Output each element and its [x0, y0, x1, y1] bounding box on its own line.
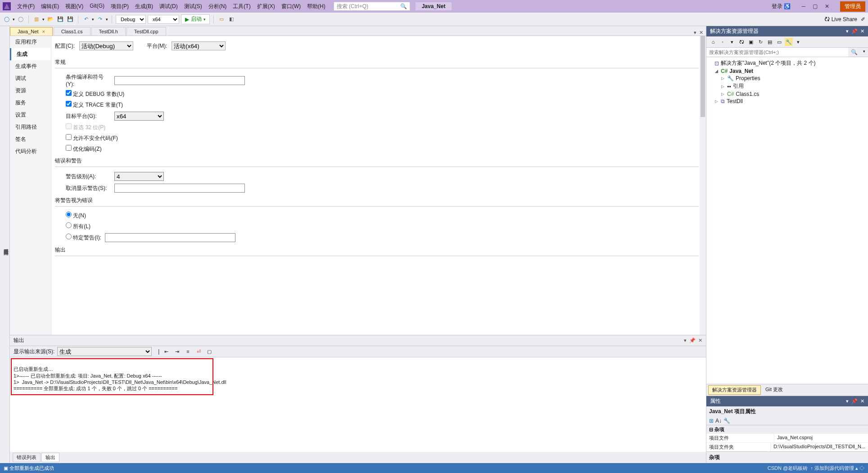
pp-pin-icon[interactable]: 📌 [851, 398, 858, 404]
cond-sym-input[interactable] [114, 76, 245, 85]
tabs-overflow-icon[interactable]: ▾ [694, 30, 696, 36]
properties-icon[interactable]: ▤ [766, 38, 774, 46]
menu-debug[interactable]: 调试(D) [157, 1, 181, 12]
sidebar-build[interactable]: 生成 [10, 48, 51, 60]
refresh-icon[interactable]: ↻ [756, 38, 764, 46]
tool-icon-1[interactable]: ▭ [217, 15, 226, 23]
tool-icon-2[interactable]: ◧ [227, 15, 235, 23]
status-right[interactable]: ↑ 添加到源代码管理 ▴ ◇ [810, 465, 864, 471]
sidebar-debug[interactable]: 调试 [10, 72, 51, 85]
target-plat-select[interactable]: x64 [114, 112, 164, 121]
clear-icon[interactable]: ≡ [184, 347, 192, 356]
pp-close-icon[interactable]: ✕ [860, 398, 864, 404]
solution-search-input[interactable] [706, 48, 848, 57]
config-combo[interactable]: 活动(Debug) [79, 41, 133, 50]
save-all-icon[interactable]: 💾 [66, 15, 74, 23]
pp-dropdown-icon[interactable]: ▾ [846, 398, 849, 404]
tab-git-changes[interactable]: Git 更改 [762, 385, 787, 395]
undo-icon[interactable]: ↶ [82, 15, 90, 23]
menu-edit[interactable]: 编辑(E) [38, 1, 62, 12]
platform-combo[interactable]: 活动(x64) [172, 41, 226, 50]
suppress-input[interactable] [114, 184, 245, 193]
menu-file[interactable]: 文件(F) [14, 1, 37, 12]
unsafe-check[interactable]: 允许不安全代码(F) [66, 134, 118, 142]
save-icon[interactable]: 💾 [56, 15, 64, 23]
prop-wrench-icon[interactable]: 🔧 [723, 418, 730, 424]
panel-close-icon[interactable]: ✕ [698, 338, 702, 343]
menu-git[interactable]: Git(G) [87, 1, 107, 12]
minimize-button[interactable]: ─ [801, 3, 805, 9]
sync-icon[interactable]: 🗘 [737, 38, 746, 46]
treat-specific-radio[interactable]: 特定警告(I): [66, 234, 101, 242]
close-icon[interactable]: × [42, 29, 45, 34]
login-link[interactable]: 登录 ♿ [772, 3, 791, 10]
nav-back-icon[interactable]: ◯ [3, 15, 11, 23]
sidebar-refpaths[interactable]: 引用路径 [10, 121, 51, 133]
global-search[interactable]: 搜索 (Ctrl+Q) 🔍 [334, 2, 410, 11]
sidebar-services[interactable]: 服务 [10, 97, 51, 109]
goto-next-icon[interactable]: ⇥ [173, 347, 181, 356]
toggle-wrap-icon[interactable]: ⏎ [194, 347, 203, 356]
menu-extensions[interactable]: 扩展(X) [254, 1, 278, 12]
menu-test[interactable]: 测试(S) [181, 1, 205, 12]
treat-specific-input[interactable] [105, 233, 235, 242]
feedback-icon[interactable]: ✐ [861, 16, 865, 23]
properties-scrollbar[interactable] [700, 36, 706, 335]
menu-build[interactable]: 生成(B) [132, 1, 156, 12]
sidebar-signing[interactable]: 签名 [10, 133, 51, 145]
collapse-icon[interactable]: ◦ [719, 38, 727, 46]
tab-class1[interactable]: Class1.cs [54, 27, 90, 36]
preview-icon[interactable]: ▭ [775, 38, 783, 46]
sidebar-app[interactable]: 应用程序 [10, 36, 51, 48]
sidebar-build-events[interactable]: 生成事件 [10, 60, 51, 72]
maximize-button[interactable]: ▢ [813, 3, 818, 9]
nav-fwd-icon[interactable]: ◯ [17, 15, 25, 23]
menu-view[interactable]: 视图(V) [63, 1, 86, 12]
output-dropdown-icon[interactable]: ▾ [684, 338, 687, 343]
live-share-icon[interactable]: 🗘 Live Share [824, 16, 857, 23]
tab-output[interactable]: 输出 [41, 453, 59, 462]
tab-testdll-h[interactable]: TestDll.h [91, 27, 126, 36]
tab-solution-explorer[interactable]: 解决方案资源管理器 [708, 385, 761, 395]
output-settings-icon[interactable]: ▢ [205, 347, 213, 356]
home-icon[interactable]: ⌂ [709, 38, 717, 46]
solution-tree[interactable]: ⊡解决方案"Java_Net"(2 个项目，共 2 个) ◢C#Java_Net… [706, 57, 868, 384]
alpha-icon[interactable]: A↓ [715, 418, 722, 424]
menu-window[interactable]: 窗口(W) [279, 1, 303, 12]
new-project-icon[interactable]: ▥ [32, 15, 41, 23]
goto-prev-icon[interactable]: ⇤ [162, 347, 170, 356]
treat-none-radio[interactable]: 无(N) [66, 212, 86, 220]
server-explorer-rail[interactable]: 服务器资源管理器 工具箱 [0, 26, 10, 463]
sidebar-resources[interactable]: 资源 [10, 85, 51, 97]
sidebar-code-analysis[interactable]: 代码分析 [10, 145, 51, 158]
categorize-icon[interactable]: ⊞ [709, 418, 714, 424]
wrench-icon[interactable]: 🔧 [785, 38, 793, 46]
optimize-check[interactable]: 优化编码(Z) [66, 145, 102, 153]
tab-testdll-cpp[interactable]: TestDll.cpp [127, 27, 166, 36]
trace-const-check[interactable]: 定义 TRACE 常量(T) [66, 101, 123, 109]
close-button[interactable]: ✕ [825, 3, 829, 9]
start-debug-button[interactable]: ▶启动 ▾ [181, 14, 210, 24]
debug-const-check[interactable]: 定义 DEBUG 常数(U) [66, 90, 124, 98]
redo-icon[interactable]: ↷ [96, 15, 104, 23]
tabs-close-doc-icon[interactable]: ✕ [699, 30, 703, 36]
show-all-icon[interactable]: ▣ [747, 38, 755, 46]
search-icon[interactable]: 🔍 [848, 48, 860, 57]
tab-error-list[interactable]: 错误列表 [13, 453, 41, 462]
se-close-icon[interactable]: ✕ [860, 28, 864, 34]
prop-category[interactable]: ⊟ 杂项 [706, 425, 868, 434]
warn-level-select[interactable]: 4 [114, 172, 164, 181]
open-icon[interactable]: 📂 [46, 15, 54, 23]
se-dropdown-icon[interactable]: ▾ [846, 28, 849, 34]
output-text[interactable]: 已启动重新生成… 1>------ 已启动全部重新生成: 项目: Java_Ne… [10, 357, 706, 452]
menu-help[interactable]: 帮助(H) [304, 1, 328, 12]
menu-project[interactable]: 项目(P) [108, 1, 131, 12]
treat-all-radio[interactable]: 所有(L) [66, 222, 90, 230]
output-src-select[interactable]: 生成 [57, 347, 152, 356]
tab-java-net[interactable]: Java_Net× [10, 27, 53, 36]
platform-select[interactable]: x64 [148, 15, 179, 24]
sidebar-settings[interactable]: 设置 [10, 109, 51, 121]
config-select[interactable]: Debug [116, 15, 146, 24]
menu-analyze[interactable]: 分析(N) [206, 1, 230, 12]
menu-tools[interactable]: 工具(T) [230, 1, 253, 12]
